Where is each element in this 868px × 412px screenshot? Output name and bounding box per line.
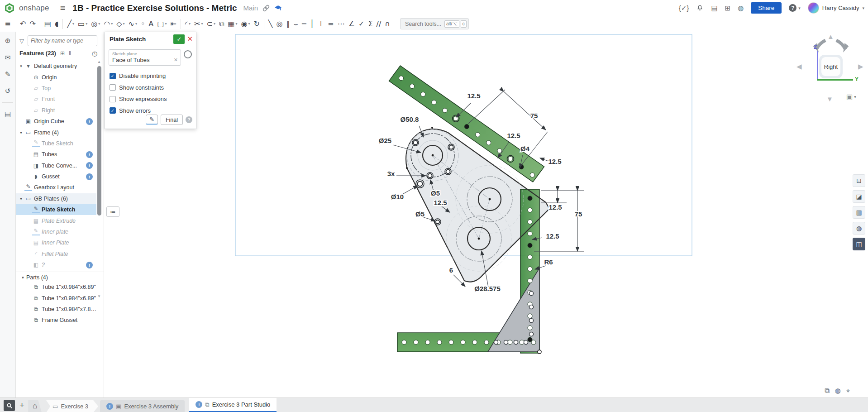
feature-row[interactable]: ✎Inner plate	[16, 226, 96, 237]
sketch-hole[interactable]	[402, 340, 406, 345]
expand-caret-icon[interactable]: ▾	[18, 196, 24, 201]
point-tool-button[interactable]: ◦	[139, 18, 147, 30]
expand-caret-icon[interactable]: ▾	[18, 130, 24, 135]
sketch-hole[interactable]	[449, 145, 453, 149]
vertical-tool-button[interactable]: │	[308, 18, 316, 30]
sketch-mode-button[interactable]: ✎	[146, 115, 158, 125]
app-store-icon[interactable]: ⊞	[725, 5, 731, 11]
sketch-hole[interactable]	[476, 132, 480, 137]
equal-tool-button[interactable]: =	[326, 18, 335, 30]
dimension-label[interactable]: R6	[544, 258, 553, 266]
sketch-hole[interactable]	[529, 332, 534, 336]
sheets-icon[interactable]: ⧉	[825, 387, 830, 395]
sketch-hole[interactable]	[497, 149, 502, 153]
perpendicular-tool-button[interactable]: ⊥	[316, 18, 326, 30]
close-icon[interactable]: ✕	[187, 35, 193, 43]
slot-tool-button[interactable]: ▢▾	[155, 18, 168, 30]
rotate-up-icon[interactable]: ▲	[827, 33, 834, 40]
view-cube-face[interactable]: Right	[819, 55, 843, 78]
sketch-hole[interactable]	[528, 326, 532, 330]
rotate-right-icon[interactable]: ▶	[858, 63, 863, 70]
sketch-hole[interactable]	[529, 319, 534, 323]
sketch-hole[interactable]	[528, 231, 532, 236]
feature-row[interactable]: ✎Plate Sketch	[16, 204, 96, 215]
insert-icon[interactable]: ⊕	[2, 35, 13, 46]
dimension-label[interactable]: Ø50.8	[401, 115, 419, 123]
sketch-plane-field[interactable]: Sketch plane Face of Tubes ✕	[109, 49, 181, 66]
feature-row[interactable]: ▾▭Frame (4)	[16, 127, 96, 138]
scroll-up-icon[interactable]: ▲	[97, 60, 101, 64]
revolve-tool-button[interactable]: ◖	[53, 18, 60, 30]
dimension-label[interactable]: 3x	[387, 170, 395, 177]
dimension-label[interactable]: 12.5	[434, 199, 447, 206]
trim-tool-button[interactable]: ✂▾	[192, 18, 205, 30]
sketch-hole[interactable]	[449, 340, 453, 345]
chevron-down-icon[interactable]: ▾	[72, 22, 74, 26]
onshape-logo-icon[interactable]	[5, 3, 14, 13]
education-icon[interactable]	[274, 5, 282, 12]
tab-folder[interactable]: ▭Exercise 3	[46, 400, 98, 412]
hatch-tool-button[interactable]: //	[374, 18, 383, 30]
dialog-help-icon[interactable]: ?	[186, 116, 192, 123]
copy-link-icon[interactable]	[262, 5, 270, 12]
dialog-header[interactable]: Plate Sketch ✓ ✕	[105, 32, 196, 46]
sketch-hole[interactable]	[528, 255, 532, 259]
graphics-area[interactable]: 12.575Ø50.812.5Ø25Ø412.53xØ5Ø1012.5Ø512.…	[104, 32, 868, 398]
search-tools-input[interactable]	[404, 20, 443, 28]
learning-center-icon[interactable]: ◍	[738, 5, 744, 11]
sketch-hole[interactable]	[437, 340, 442, 345]
feature-row[interactable]: ⧉Frame Gusset	[16, 315, 96, 326]
scale-icon[interactable]: ⌖	[846, 387, 850, 395]
user-menu[interactable]: Harry Cassidy ▾	[808, 2, 864, 14]
home-tab-button[interactable]: ⌂	[28, 400, 42, 412]
workspace-name[interactable]: Main	[243, 4, 258, 12]
scroll-down-icon[interactable]: ▼	[97, 294, 101, 298]
checkbox-row[interactable]: Show constraints	[110, 82, 193, 94]
zoom-fit-icon[interactable]: ⊡	[853, 174, 865, 187]
sketch-hole[interactable]	[461, 340, 465, 345]
sketch-hole[interactable]	[436, 220, 439, 224]
sketch-hole[interactable]	[472, 340, 477, 345]
sketch-context-flyout-button[interactable]: ≔	[106, 206, 119, 217]
sketch-hole[interactable]	[528, 314, 532, 318]
chevron-down-icon[interactable]: ▾	[135, 22, 137, 26]
horizontal-tool-button[interactable]: ─	[300, 18, 308, 30]
release-tasks-icon[interactable]: ▤	[711, 5, 717, 11]
tab-assembly[interactable]: !▣Exercise 3 Assembly	[100, 400, 185, 412]
scrollbar-thumb[interactable]	[97, 66, 101, 216]
chevron-down-icon[interactable]: ▾	[201, 22, 203, 26]
filter-icon[interactable]: ▽	[16, 38, 28, 44]
sketch-hole[interactable]	[414, 340, 418, 345]
polygon-tool-button[interactable]: ◇▾	[114, 18, 126, 30]
circular-pattern-tool-button[interactable]: ◉▾	[239, 18, 252, 30]
feature-row[interactable]: ▱Front	[16, 94, 96, 105]
section-view-icon[interactable]: ◪	[853, 190, 865, 203]
sketch-hole[interactable]	[528, 196, 532, 201]
tab-partstudio[interactable]: !⧉Exercise 3 Part Studio	[189, 398, 277, 412]
arc-tool-button[interactable]: ◠▾	[102, 18, 114, 30]
sketch-hole[interactable]	[528, 267, 532, 271]
share-button[interactable]: Share	[751, 2, 782, 14]
avatar[interactable]	[808, 2, 819, 14]
cad-viewport[interactable]: 12.575Ø50.812.5Ø25Ø412.53xØ5Ø1012.5Ø512.…	[104, 32, 868, 398]
notifications-bell-icon[interactable]	[696, 4, 704, 12]
text-tool-button[interactable]: A	[147, 18, 155, 30]
sketch-hole[interactable]	[530, 173, 534, 177]
sketch-hole[interactable]	[519, 165, 524, 169]
midpoint-tool-button[interactable]: ⋯	[336, 18, 347, 30]
extrude-tool-button[interactable]: ▤	[43, 18, 53, 30]
checkbox[interactable]	[110, 96, 116, 102]
chevron-down-icon[interactable]: ▾	[123, 22, 124, 26]
info-badge-icon[interactable]: !	[86, 173, 93, 180]
sketch-hole[interactable]	[494, 340, 498, 345]
offset-tool-button[interactable]: ⊂▾	[205, 18, 217, 30]
feature-row[interactable]: ▣Origin Cube!	[16, 116, 96, 127]
chevron-down-icon[interactable]: ▾	[189, 22, 191, 26]
checkbox[interactable]: ✓	[110, 107, 116, 114]
chevron-down-icon[interactable]: ▾	[86, 22, 87, 26]
tangent-tool-button[interactable]: ⌣	[291, 18, 300, 30]
sketch-hole[interactable]	[421, 92, 425, 96]
new-folder-icon[interactable]: ⊞	[60, 50, 65, 57]
dimension-label[interactable]: 12.5	[548, 203, 562, 211]
construction-tool-button[interactable]: ╲	[267, 18, 275, 30]
